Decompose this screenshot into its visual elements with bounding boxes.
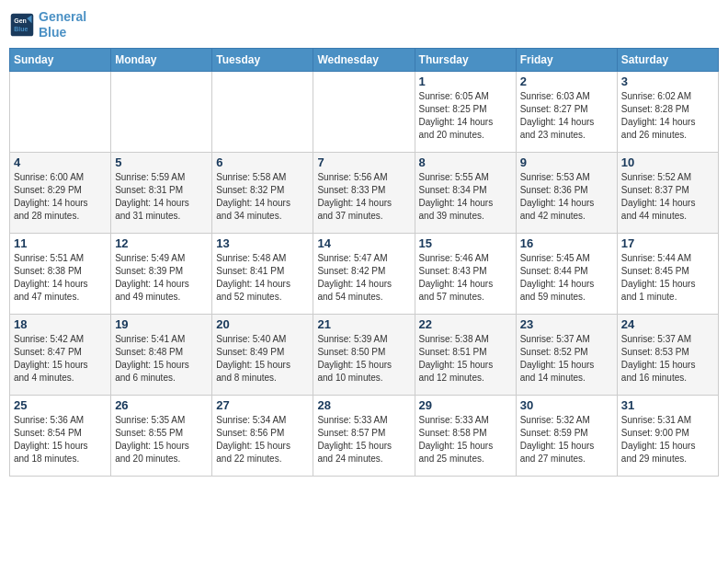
day-number: 16 (520, 236, 613, 250)
calendar-cell (10, 71, 111, 152)
week-row-4: 18Sunrise: 5:42 AM Sunset: 8:47 PM Dayli… (10, 314, 719, 395)
day-number: 6 (216, 155, 309, 169)
day-detail: Sunrise: 5:46 AM Sunset: 8:43 PM Dayligh… (419, 252, 512, 304)
day-detail: Sunrise: 5:35 AM Sunset: 8:55 PM Dayligh… (115, 414, 208, 465)
week-row-1: 1Sunrise: 6:05 AM Sunset: 8:25 PM Daylig… (10, 71, 719, 152)
day-detail: Sunrise: 5:37 AM Sunset: 8:52 PM Dayligh… (520, 333, 613, 385)
calendar-cell: 19Sunrise: 5:41 AM Sunset: 8:48 PM Dayli… (111, 314, 212, 395)
day-number: 14 (317, 236, 410, 250)
day-detail: Sunrise: 5:51 AM Sunset: 8:38 PM Dayligh… (14, 252, 107, 304)
calendar-cell (212, 71, 313, 152)
weekday-friday: Friday (516, 48, 617, 71)
calendar-cell: 8Sunrise: 5:55 AM Sunset: 8:34 PM Daylig… (415, 152, 516, 233)
calendar-cell: 1Sunrise: 6:05 AM Sunset: 8:25 PM Daylig… (415, 71, 516, 152)
day-detail: Sunrise: 5:56 AM Sunset: 8:33 PM Dayligh… (317, 171, 410, 223)
weekday-tuesday: Tuesday (212, 48, 313, 71)
day-detail: Sunrise: 6:05 AM Sunset: 8:25 PM Dayligh… (419, 90, 512, 142)
logo-name: General Blue (39, 9, 86, 40)
calendar-cell: 28Sunrise: 5:33 AM Sunset: 8:57 PM Dayli… (313, 395, 415, 476)
calendar-cell: 9Sunrise: 5:53 AM Sunset: 8:36 PM Daylig… (516, 152, 617, 233)
page-header: Gen Blue General Blue (9, 9, 719, 40)
day-detail: Sunrise: 5:49 AM Sunset: 8:39 PM Dayligh… (115, 252, 208, 304)
day-number: 5 (115, 155, 208, 169)
day-detail: Sunrise: 5:53 AM Sunset: 8:36 PM Dayligh… (520, 171, 613, 223)
day-number: 3 (621, 75, 714, 88)
calendar-cell: 30Sunrise: 5:32 AM Sunset: 8:59 PM Dayli… (516, 395, 617, 476)
calendar-cell: 23Sunrise: 5:37 AM Sunset: 8:52 PM Dayli… (516, 314, 617, 395)
day-number: 8 (419, 155, 512, 169)
calendar-cell: 27Sunrise: 5:34 AM Sunset: 8:56 PM Dayli… (212, 395, 313, 476)
day-number: 30 (520, 398, 613, 412)
calendar-cell: 22Sunrise: 5:38 AM Sunset: 8:51 PM Dayli… (415, 314, 516, 395)
calendar-cell: 12Sunrise: 5:49 AM Sunset: 8:39 PM Dayli… (111, 233, 212, 314)
calendar-cell: 17Sunrise: 5:44 AM Sunset: 8:45 PM Dayli… (617, 233, 718, 314)
calendar-cell: 6Sunrise: 5:58 AM Sunset: 8:32 PM Daylig… (212, 152, 313, 233)
calendar-cell: 5Sunrise: 5:59 AM Sunset: 8:31 PM Daylig… (111, 152, 212, 233)
calendar-cell: 3Sunrise: 6:02 AM Sunset: 8:28 PM Daylig… (617, 71, 718, 152)
day-detail: Sunrise: 5:42 AM Sunset: 8:47 PM Dayligh… (14, 333, 107, 385)
day-number: 11 (14, 236, 107, 250)
weekday-wednesday: Wednesday (313, 48, 415, 71)
weekday-sunday: Sunday (10, 48, 111, 71)
day-number: 2 (520, 75, 613, 88)
calendar-cell: 10Sunrise: 5:52 AM Sunset: 8:37 PM Dayli… (617, 152, 718, 233)
svg-text:Gen: Gen (14, 17, 27, 24)
calendar-cell: 11Sunrise: 5:51 AM Sunset: 8:38 PM Dayli… (10, 233, 111, 314)
day-number: 26 (115, 398, 208, 412)
day-detail: Sunrise: 5:55 AM Sunset: 8:34 PM Dayligh… (419, 171, 512, 223)
day-detail: Sunrise: 6:02 AM Sunset: 8:28 PM Dayligh… (621, 90, 714, 142)
day-number: 23 (520, 317, 613, 331)
day-number: 24 (621, 317, 714, 331)
day-number: 27 (216, 398, 309, 412)
day-detail: Sunrise: 5:52 AM Sunset: 8:37 PM Dayligh… (621, 171, 714, 223)
day-number: 21 (317, 317, 410, 331)
day-number: 22 (419, 317, 512, 331)
day-number: 20 (216, 317, 309, 331)
weekday-header-row: SundayMondayTuesdayWednesdayThursdayFrid… (10, 48, 719, 71)
calendar-cell: 25Sunrise: 5:36 AM Sunset: 8:54 PM Dayli… (10, 395, 111, 476)
weekday-thursday: Thursday (415, 48, 516, 71)
day-number: 1 (419, 75, 512, 88)
day-number: 12 (115, 236, 208, 250)
calendar-table: SundayMondayTuesdayWednesdayThursdayFrid… (9, 48, 719, 477)
day-detail: Sunrise: 5:41 AM Sunset: 8:48 PM Dayligh… (115, 333, 208, 385)
day-number: 31 (621, 398, 714, 412)
day-number: 28 (317, 398, 410, 412)
day-detail: Sunrise: 5:34 AM Sunset: 8:56 PM Dayligh… (216, 414, 309, 465)
day-detail: Sunrise: 5:36 AM Sunset: 8:54 PM Dayligh… (14, 414, 107, 465)
day-detail: Sunrise: 5:44 AM Sunset: 8:45 PM Dayligh… (621, 252, 714, 304)
logo-icon: Gen Blue (9, 12, 35, 38)
day-detail: Sunrise: 5:39 AM Sunset: 8:50 PM Dayligh… (317, 333, 410, 385)
day-number: 10 (621, 155, 714, 169)
calendar-cell: 26Sunrise: 5:35 AM Sunset: 8:55 PM Dayli… (111, 395, 212, 476)
calendar-cell (313, 71, 415, 152)
day-number: 19 (115, 317, 208, 331)
day-detail: Sunrise: 5:58 AM Sunset: 8:32 PM Dayligh… (216, 171, 309, 223)
calendar-cell: 20Sunrise: 5:40 AM Sunset: 8:49 PM Dayli… (212, 314, 313, 395)
calendar-cell: 7Sunrise: 5:56 AM Sunset: 8:33 PM Daylig… (313, 152, 415, 233)
weekday-saturday: Saturday (617, 48, 718, 71)
day-detail: Sunrise: 5:40 AM Sunset: 8:49 PM Dayligh… (216, 333, 309, 385)
day-number: 29 (419, 398, 512, 412)
calendar-cell: 2Sunrise: 6:03 AM Sunset: 8:27 PM Daylig… (516, 71, 617, 152)
day-number: 13 (216, 236, 309, 250)
day-detail: Sunrise: 5:31 AM Sunset: 9:00 PM Dayligh… (621, 414, 714, 465)
weekday-monday: Monday (111, 48, 212, 71)
day-detail: Sunrise: 6:03 AM Sunset: 8:27 PM Dayligh… (520, 90, 613, 142)
calendar-cell: 14Sunrise: 5:47 AM Sunset: 8:42 PM Dayli… (313, 233, 415, 314)
calendar-body: 1Sunrise: 6:05 AM Sunset: 8:25 PM Daylig… (10, 71, 719, 476)
day-detail: Sunrise: 5:45 AM Sunset: 8:44 PM Dayligh… (520, 252, 613, 304)
calendar-cell: 24Sunrise: 5:37 AM Sunset: 8:53 PM Dayli… (617, 314, 718, 395)
day-detail: Sunrise: 5:32 AM Sunset: 8:59 PM Dayligh… (520, 414, 613, 465)
svg-text:Blue: Blue (14, 26, 28, 32)
day-detail: Sunrise: 5:48 AM Sunset: 8:41 PM Dayligh… (216, 252, 309, 304)
day-detail: Sunrise: 5:38 AM Sunset: 8:51 PM Dayligh… (419, 333, 512, 385)
logo: Gen Blue General Blue (9, 9, 86, 40)
day-number: 7 (317, 155, 410, 169)
calendar-cell: 13Sunrise: 5:48 AM Sunset: 8:41 PM Dayli… (212, 233, 313, 314)
calendar-cell: 16Sunrise: 5:45 AM Sunset: 8:44 PM Dayli… (516, 233, 617, 314)
day-detail: Sunrise: 6:00 AM Sunset: 8:29 PM Dayligh… (14, 171, 107, 223)
week-row-3: 11Sunrise: 5:51 AM Sunset: 8:38 PM Dayli… (10, 233, 719, 314)
day-detail: Sunrise: 5:47 AM Sunset: 8:42 PM Dayligh… (317, 252, 410, 304)
day-detail: Sunrise: 5:59 AM Sunset: 8:31 PM Dayligh… (115, 171, 208, 223)
